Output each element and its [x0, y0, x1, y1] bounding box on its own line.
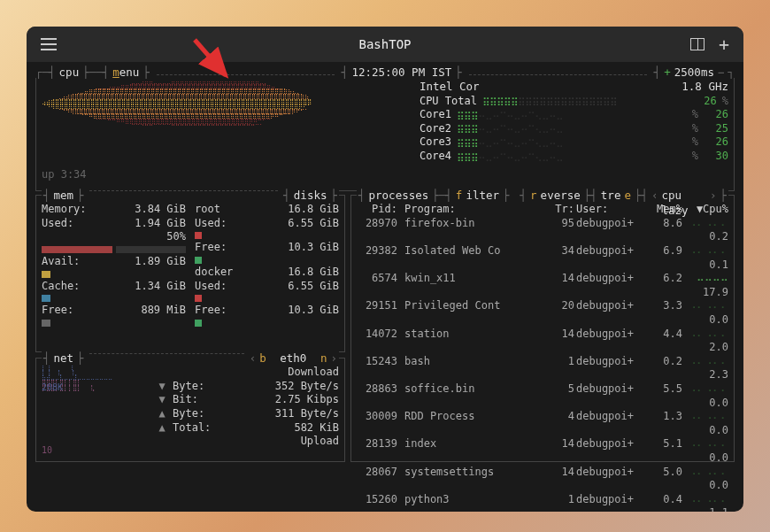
- net-row: ▲Total:582 KiB: [157, 421, 339, 436]
- core-row: Core2⣿⣿⣿⠒⠤⠒⠉⠒⠤⠒⠉⠢⠤⠒⠤%25: [420, 122, 728, 136]
- cpu-graph: ⣀⣀⣠⣤⣤⣀⣀⣀⣀⣤⣤⣤⣤⣤⣤⣤⣤⣤⣤⣤⣤⣤⣤⣤⣤⣤⣤⣤⣤⣀⡀ ⢀⣀⣀⣠⣤⣤⣶⣶…: [42, 80, 412, 168]
- mem-panel: ┤mem├ ┤disks├ Memory:3.84 GiBUsed:1.94 G…: [35, 195, 345, 352]
- terminal-window: BashTOP + ┌─┤ cpu ├──┤ menu ├ ┤ 12:25:00…: [27, 27, 743, 512]
- filter-key[interactable]: f: [454, 189, 465, 201]
- mem-row: Avail:1.89 GiB: [42, 255, 186, 269]
- mem-row: Used:6.55 GiB: [195, 280, 339, 294]
- process-row[interactable]: 29151Privileged Cont20debugpoi+3.3⠠⠄⠠⠄⠄ …: [357, 299, 728, 327]
- mem-row: Used:1.94 GiB: [42, 217, 186, 231]
- mem-row: Free:889 MiB: [42, 304, 186, 318]
- upload-label: Upload: [157, 435, 339, 449]
- cpu-panel: ⣀⣀⣠⣤⣤⣀⣀⣀⣀⣤⣤⣤⣤⣤⣤⣤⣤⣤⣤⣤⣤⣤⣤⣤⣤⣤⣤⣤⣤⣀⡀ ⢀⣀⣀⣠⣤⣤⣶⣶…: [35, 78, 735, 191]
- process-row[interactable]: 15243bash1debugpoi+0.2⠠⠄⠠⠄⠄ 2.3: [357, 355, 728, 382]
- net-row: ▼Byte:352 Byte/s: [157, 380, 339, 394]
- mem-row: 50%: [42, 230, 186, 244]
- svg-line-1: [195, 40, 226, 75]
- mem-row: Free:10.3 GiB: [195, 304, 339, 318]
- reverse-key[interactable]: r: [528, 189, 539, 201]
- process-row[interactable]: 15260python31debugpoi+0.4⠠⠄⠠⠄⠄ 1.1: [357, 493, 728, 512]
- net-iface: eth0: [278, 351, 308, 364]
- proc-left-arrow[interactable]: ‹: [650, 189, 660, 201]
- net-graph: ⡇⢸ ⢸ ⡇⢸ ⡇ ⢸ ⣧⣼⣀⣀⣇⣀⣀⣸⣀⣀⣀⣀⣀⣀⣀⣀ ⣿⣿⣿⡇⣿⡇⡇⣿⡇ ⣿…: [42, 366, 157, 445]
- proc-mode: cpu lazy: [660, 189, 708, 201]
- process-row[interactable]: 28863soffice.bin5debugpoi+5.5⠠⠄⠠⠄⠄ 0.0: [357, 382, 728, 410]
- window-title: BashTOP: [27, 37, 743, 51]
- process-row[interactable]: 30009RDD Process4debugpoi+1.3⠠⠄⠠⠄⠄ 0.0: [357, 410, 728, 437]
- annotation-arrow: [190, 35, 243, 91]
- hamburger-icon[interactable]: [41, 38, 57, 50]
- process-row[interactable]: 28139index14debugpoi+5.1⠠⠄⠠⠄⠄ 0.0: [357, 437, 728, 465]
- mem-row: Free:10.3 GiB: [195, 241, 339, 255]
- net-row: ▲Byte:311 Byte/s: [157, 407, 339, 421]
- net-row: ▼Bit:2.75 Kibps: [157, 393, 339, 407]
- menu-key[interactable]: m: [112, 66, 119, 79]
- new-tab-icon[interactable]: +: [719, 35, 729, 53]
- cpu-freq: 1.8 GHz: [681, 80, 728, 94]
- uptime: up 3:34: [42, 168, 728, 182]
- tree-key[interactable]: e: [622, 189, 633, 201]
- core-row: Core4⣿⣿⣿⠒⠤⠒⠉⠒⠤⠒⠉⠢⠤⠒⠤%30: [420, 150, 728, 164]
- cpu-name: Intel Cor: [420, 80, 480, 94]
- process-row[interactable]: 29382Isolated Web Co34debugpoi+6.9⠠⠄⠠⠄⠄ …: [357, 244, 728, 272]
- process-row[interactable]: 28067systemsettings14debugpoi+5.0⠠⠄⠠⠄⠄ 0…: [357, 466, 728, 493]
- cpu-total-label: CPU Total: [420, 95, 477, 109]
- mem-row: Used:6.55 GiB: [195, 217, 339, 231]
- mem-row: root16.8 GiB: [195, 203, 339, 217]
- mem-row: Memory:3.84 GiB: [42, 203, 186, 217]
- mem-row: docker16.8 GiB: [195, 266, 339, 280]
- process-row[interactable]: 14072station14debugpoi+4.4⠠⠄⠠⠄⠄ 2.0: [357, 328, 728, 355]
- net-n-key[interactable]: n: [319, 351, 329, 364]
- net-panel: ┤net├ ‹b eth0 n› ⡇⢸ ⢸ ⡇⢸ ⡇ ⢸ ⣧⣼⣀⣀⣇⣀⣀⣸⣀⣀⣀…: [35, 358, 345, 462]
- proc-right-arrow[interactable]: ›: [708, 189, 719, 201]
- mem-row: Cache:1.34 GiB: [42, 280, 186, 294]
- core-row: Core3⣿⣿⣿⠒⠤⠒⠉⠒⠤⠒⠉⠢⠤⠒⠤%26: [420, 135, 728, 150]
- net-b-key[interactable]: b: [258, 351, 268, 364]
- processes-panel: ┤processes├─┤ filter ├┤ reverse ├┤ tree …: [350, 195, 735, 462]
- process-row[interactable]: 28970firefox-bin95debugpoi+8.6⠠⠄⠠⠄⠄ 0.2: [357, 217, 728, 244]
- cpu-total-pct: 26: [692, 95, 717, 109]
- titlebar: BashTOP +: [27, 27, 743, 62]
- process-row[interactable]: 6574kwin_x1114debugpoi+6.2⠤⠤⠤⠤ 17.9: [357, 272, 728, 299]
- download-label: Download: [157, 366, 339, 380]
- split-icon[interactable]: [690, 38, 705, 50]
- core-row: Core1⣿⣿⣿⠒⠤⠒⠉⠒⠤⠒⠉⠢⠤⠒⠤%26: [420, 108, 728, 122]
